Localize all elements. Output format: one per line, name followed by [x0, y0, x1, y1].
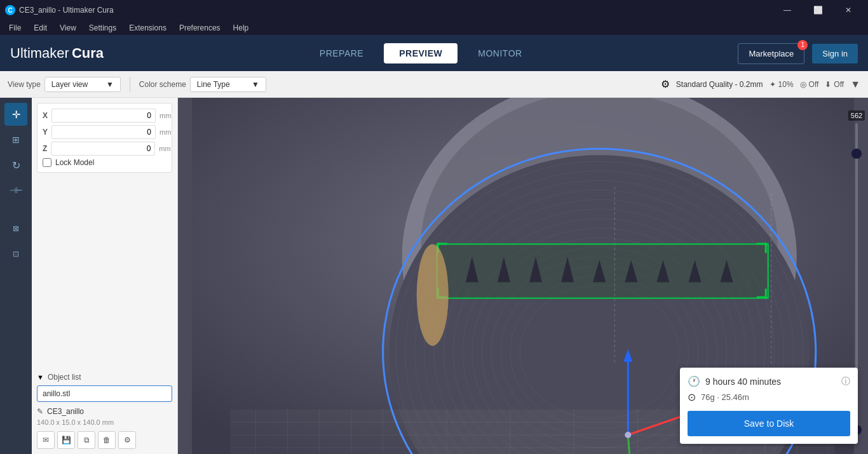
- clock-icon: 🕐: [688, 375, 700, 387]
- window-title: CE3_anillo - Ultimaker Cura: [19, 6, 114, 15]
- support-icon: ◎: [800, 80, 806, 89]
- title-left: C CE3_anillo - Ultimaker Cura: [5, 5, 114, 15]
- view-type-group: View type Layer view ▼: [8, 77, 121, 92]
- nav-center: PREPARE PREVIEW MONITOR: [304, 43, 538, 63]
- y-coord-row: Y mm: [43, 125, 166, 139]
- print-time: 9 hours 40 minutes: [705, 377, 781, 387]
- menu-file[interactable]: File: [3, 22, 27, 34]
- y-unit: mm: [159, 128, 171, 136]
- color-scheme-group: Color scheme Line Type ▼: [139, 77, 266, 92]
- maximize-button[interactable]: ⬜: [803, 0, 832, 20]
- view-type-label: View type: [8, 80, 41, 89]
- lock-model-label: Lock Model: [55, 158, 94, 167]
- slider-thumb-top[interactable]: [851, 149, 862, 159]
- support-tool-button[interactable]: ⊠: [4, 217, 27, 240]
- fan-label: 10%: [778, 80, 794, 89]
- move-icon: ✛: [12, 109, 20, 121]
- copy-icon-btn[interactable]: ⧉: [78, 431, 95, 449]
- material-icon: ⊙: [688, 391, 696, 403]
- menu-extensions[interactable]: Extensions: [123, 22, 173, 34]
- title-bar: C CE3_anillo - Ultimaker Cura — ⬜ ✕: [0, 0, 868, 20]
- logo-cura: Cura: [72, 45, 104, 62]
- nav-right: Marketplace 1 Sign in: [738, 43, 858, 64]
- y-input[interactable]: [51, 125, 156, 139]
- logo-ultimaker: Ultimaker: [10, 45, 69, 62]
- pencil-icon: ✎: [37, 407, 43, 416]
- mirror-icon: ⊣⊢: [10, 186, 22, 195]
- fan-group: ✦ 10%: [770, 80, 794, 89]
- logo: Ultimaker Cura: [10, 45, 104, 62]
- rotate-tool-button[interactable]: ↻: [4, 154, 27, 177]
- x-coord-row: X mm: [43, 109, 166, 123]
- menu-view[interactable]: View: [53, 22, 83, 34]
- model-dims: 140.0 x 15.0 x 140.0 mm: [37, 418, 172, 426]
- viewport[interactable]: 562 🕐 9 hours 40 minutes ⓘ ⊙ 76g · 25.46…: [178, 98, 868, 454]
- coordinate-panel: X mm Y mm Z mm Lock Model: [37, 103, 172, 173]
- view-type-select[interactable]: Layer view ▼: [44, 77, 121, 92]
- close-button[interactable]: ✕: [834, 0, 863, 20]
- save-icon-btn[interactable]: 💾: [57, 431, 75, 449]
- menu-help[interactable]: Help: [227, 22, 255, 34]
- object-model-row: ✎ CE3_anillo: [37, 406, 172, 417]
- info-icon[interactable]: ⓘ: [841, 376, 850, 387]
- lock-model-checkbox[interactable]: [43, 158, 51, 167]
- color-scheme-select[interactable]: Line Type ▼: [190, 77, 266, 92]
- delete-icon-btn[interactable]: 🗑: [98, 431, 116, 449]
- lock-model-row: Lock Model: [43, 158, 166, 167]
- move-tool-button[interactable]: ✛: [4, 103, 27, 126]
- x-unit: mm: [159, 112, 171, 119]
- nav-monitor-button[interactable]: MONITOR: [463, 43, 537, 63]
- model-name: CE3_anillo: [47, 407, 84, 416]
- object-item-input[interactable]: [37, 385, 172, 402]
- nav-preview-button[interactable]: PREVIEW: [384, 43, 458, 63]
- custom-support-button[interactable]: ⊡: [4, 243, 27, 265]
- adhesion-label: Off: [834, 80, 844, 89]
- main-area: ✛ ⊞ ↻ ⊣⊢ ⊠ ⊡ X mm Y: [0, 98, 868, 454]
- svg-point-38: [417, 244, 449, 345]
- svg-rect-33: [765, 243, 767, 253]
- object-list-label: Object list: [48, 373, 81, 382]
- z-input[interactable]: [51, 142, 155, 156]
- menu-settings[interactable]: Settings: [83, 22, 123, 34]
- top-bar: Ultimaker Cura PREPARE PREVIEW MONITOR M…: [0, 36, 868, 71]
- nav-prepare-button[interactable]: PREPARE: [304, 43, 379, 63]
- material-info: 76g · 25.46m: [701, 392, 749, 402]
- z-label: Z: [43, 144, 47, 153]
- marketplace-button[interactable]: Marketplace 1: [738, 43, 804, 64]
- time-left: 🕐 9 hours 40 minutes: [688, 375, 781, 387]
- collapse-icon: ▼: [37, 373, 44, 381]
- settings-icon-btn[interactable]: ⚙: [118, 431, 136, 449]
- email-icon-btn[interactable]: ✉: [37, 431, 55, 449]
- object-list-header[interactable]: ▼ Object list: [37, 373, 172, 382]
- x-input[interactable]: [51, 109, 156, 123]
- menu-preferences[interactable]: Preferences: [173, 22, 227, 34]
- support-blocker-icon: ⊠: [13, 224, 19, 233]
- left-panel: X mm Y mm Z mm Lock Model: [32, 98, 178, 454]
- bottom-info-panel: 🕐 9 hours 40 minutes ⓘ ⊙ 76g · 25.46m Sa…: [680, 368, 858, 444]
- app-icon: C: [5, 5, 15, 15]
- scale-icon: ⊞: [12, 135, 20, 145]
- x-label: X: [43, 111, 48, 120]
- minimize-button[interactable]: —: [773, 0, 802, 20]
- bottom-icons: ✉ 💾 ⧉ 🗑 ⚙: [37, 431, 172, 449]
- toolbar-row: View type Layer view ▼ Color scheme Line…: [0, 71, 868, 98]
- support-group: ◎ Off: [800, 80, 819, 89]
- color-scheme-label: Color scheme: [139, 80, 186, 89]
- mirror-tool-button[interactable]: ⊣⊢: [4, 179, 27, 202]
- rotate-icon: ↻: [12, 159, 20, 171]
- expand-icon[interactable]: ▼: [850, 79, 860, 90]
- custom-support-icon: ⊡: [13, 250, 19, 258]
- scale-tool-button[interactable]: ⊞: [4, 128, 27, 151]
- sign-in-button[interactable]: Sign in: [812, 44, 858, 63]
- save-to-disk-button[interactable]: Save to Disk: [688, 411, 850, 436]
- settings-icon: ⚙: [661, 78, 670, 90]
- adhesion-group: ⬇ Off: [825, 80, 844, 89]
- time-row: 🕐 9 hours 40 minutes ⓘ: [688, 375, 850, 387]
- chevron-down-icon-2: ▼: [252, 80, 259, 89]
- support-label: Off: [809, 80, 819, 89]
- menu-edit[interactable]: Edit: [27, 22, 53, 34]
- chevron-down-icon: ▼: [106, 80, 114, 89]
- marketplace-badge: 1: [797, 40, 808, 50]
- quality-label: Standard Quality - 0.2mm: [676, 80, 763, 89]
- z-unit: mm: [159, 145, 170, 152]
